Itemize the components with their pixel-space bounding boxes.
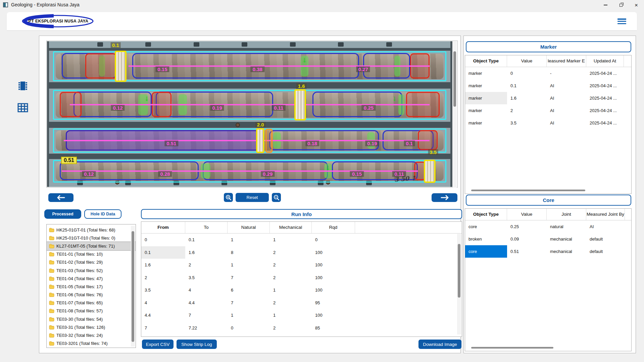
table-row[interactable]: marker3.5AI2025-04-24 ... xyxy=(465,117,631,129)
column-header[interactable]: Natural xyxy=(228,222,270,233)
table-scrollbar-horizontal[interactable] xyxy=(468,347,628,349)
table-cell[interactable]: 3.5 xyxy=(507,117,547,129)
table-cell[interactable]: 2025-04-24 ... xyxy=(586,117,624,129)
table-cell[interactable]: 7 xyxy=(185,309,228,322)
tab-processed[interactable]: Processed xyxy=(44,209,81,219)
scrollbar-thumb[interactable] xyxy=(471,347,553,349)
table-cell[interactable]: AI xyxy=(547,117,586,129)
depth-marker-box[interactable] xyxy=(256,128,265,153)
table-cell[interactable]: 1 xyxy=(228,259,270,271)
column-header[interactable]: Updated At xyxy=(586,55,624,67)
table-row[interactable]: 0.11.682100 xyxy=(141,246,462,259)
table-cell[interactable]: 2 xyxy=(270,246,312,259)
sidebar-item-table-icon[interactable] xyxy=(17,102,29,114)
table-cell[interactable]: 1 xyxy=(228,309,270,322)
table-cell[interactable]: 0 xyxy=(507,67,547,80)
table-cell[interactable]: 2 xyxy=(270,322,312,334)
table-row[interactable]: 3.5461100 xyxy=(141,284,462,297)
depth-marker-box[interactable] xyxy=(424,160,436,183)
table-scrollbar-horizontal[interactable] xyxy=(468,189,628,192)
table-cell[interactable]: broken xyxy=(465,233,507,245)
table-cell[interactable]: 0 xyxy=(141,234,185,246)
table-cell[interactable]: 0.25 xyxy=(507,220,547,233)
table-cell[interactable]: default xyxy=(586,245,625,258)
table-cell[interactable]: 7 xyxy=(228,271,270,284)
table-row[interactable]: 77.220285 xyxy=(141,322,462,334)
column-header[interactable]: Rqd xyxy=(312,222,355,233)
table-cell[interactable]: core xyxy=(465,220,507,233)
table-cell[interactable]: 0.09 xyxy=(507,233,547,245)
table-cell[interactable]: 4.4 xyxy=(141,309,185,322)
sidebar-item-chip-icon[interactable] xyxy=(17,80,29,92)
table-cell[interactable]: marker xyxy=(465,104,507,117)
export-csv-button[interactable]: Export CSV xyxy=(142,340,174,349)
folder-item[interactable]: TE03-31 (Total files: 126) xyxy=(47,323,136,331)
table-cell[interactable]: AI xyxy=(547,104,586,117)
table-cell[interactable]: default xyxy=(586,233,625,245)
table-cell[interactable]: marker xyxy=(465,80,507,92)
folder-item[interactable]: TE03-30 (Total files: 54) xyxy=(47,315,136,323)
table-cell[interactable]: 100 xyxy=(312,309,355,322)
previous-image-button[interactable] xyxy=(48,193,73,202)
table-row[interactable]: broken0.09mechanicaldefault xyxy=(465,233,631,245)
reset-zoom-button[interactable]: Reset xyxy=(236,193,269,202)
table-cell[interactable]: 8 xyxy=(228,246,270,259)
table-cell[interactable]: marker xyxy=(465,92,507,104)
table-cell[interactable]: 2 xyxy=(507,104,547,117)
table-cell[interactable]: marker xyxy=(465,67,507,80)
table-cell[interactable]: 7 xyxy=(228,297,270,309)
table-scrollbar[interactable] xyxy=(457,234,461,334)
table-cell[interactable]: 0.1 xyxy=(141,246,185,259)
folder-item[interactable]: TE01-06 (Total files: 76) xyxy=(47,291,136,299)
column-header[interactable]: Object Type xyxy=(465,55,507,67)
table-cell[interactable]: 2 xyxy=(270,259,312,271)
download-image-button[interactable]: Download Image xyxy=(418,340,461,349)
table-cell[interactable]: AI xyxy=(547,92,586,104)
table-cell[interactable]: 4 xyxy=(141,297,185,309)
folder-item[interactable]: TE01-04 (Total files: 47) xyxy=(47,274,136,282)
column-header[interactable]: From xyxy=(141,222,185,233)
table-cell[interactable]: 6 xyxy=(228,284,270,297)
column-header[interactable]: leasured Marker E xyxy=(547,55,586,67)
viewer-scrollbar[interactable] xyxy=(453,41,457,188)
column-header[interactable]: Object Type xyxy=(465,209,507,220)
folder-list-scrollbar[interactable] xyxy=(131,226,135,347)
table-cell[interactable]: 1.6 xyxy=(141,259,185,271)
show-strip-log-button[interactable]: Show Strip Log xyxy=(177,340,217,349)
table-row[interactable]: 1.6212100 xyxy=(141,259,462,271)
table-cell[interactable]: 2025-04-24 ... xyxy=(586,92,624,104)
table-cell[interactable]: 4.4 xyxy=(185,297,228,309)
table-cell[interactable]: - xyxy=(547,67,586,80)
tab-hole-id-data[interactable]: Hole ID Data xyxy=(84,209,121,219)
table-cell[interactable]: 0.1 xyxy=(507,80,547,92)
table-cell[interactable]: 2025-04-24 ... xyxy=(586,80,624,92)
column-header[interactable]: Measured Joint By xyxy=(586,209,625,220)
menu-icon[interactable] xyxy=(617,18,626,24)
table-cell[interactable]: 2025-04-24 ... xyxy=(586,104,624,117)
restore-button[interactable] xyxy=(613,0,629,10)
table-cell[interactable]: 2 xyxy=(270,297,312,309)
table-cell[interactable]: 100 xyxy=(312,259,355,271)
table-row[interactable]: marker1.6AI2025-04-24 ... xyxy=(465,92,631,104)
table-cell[interactable]: 1 xyxy=(270,234,312,246)
table-row[interactable]: core0.25naturalAI xyxy=(465,220,631,233)
table-cell[interactable]: 100 xyxy=(312,284,355,297)
table-cell[interactable]: 2025-04-24 ... xyxy=(586,67,624,80)
table-cell[interactable]: marker xyxy=(465,117,507,129)
minimize-button[interactable] xyxy=(598,0,613,10)
table-row[interactable]: marker0-2025-04-24 ... xyxy=(465,67,631,80)
folder-item[interactable]: TE01-01 (Total files: 10) xyxy=(47,250,136,258)
table-row[interactable]: core0.51mechanicaldefault xyxy=(465,245,631,258)
scrollbar-thumb[interactable] xyxy=(471,190,585,191)
table-cell[interactable]: 2 xyxy=(270,271,312,284)
table-row[interactable]: marker0.1AI2025-04-24 ... xyxy=(465,80,631,92)
table-cell[interactable]: 7 xyxy=(141,322,185,334)
depth-marker-box-secondary[interactable] xyxy=(265,129,273,153)
scrollbar-thumb[interactable] xyxy=(458,244,460,298)
folder-item[interactable]: TE01-05 (Total files: 17) xyxy=(47,282,136,291)
depth-marker-box[interactable] xyxy=(294,89,306,120)
table-row[interactable]: 23.572100 xyxy=(141,271,462,284)
table-cell[interactable]: 1 xyxy=(270,284,312,297)
column-header[interactable]: Mechanical xyxy=(270,222,312,233)
table-row[interactable]: 44.47295 xyxy=(141,297,462,309)
